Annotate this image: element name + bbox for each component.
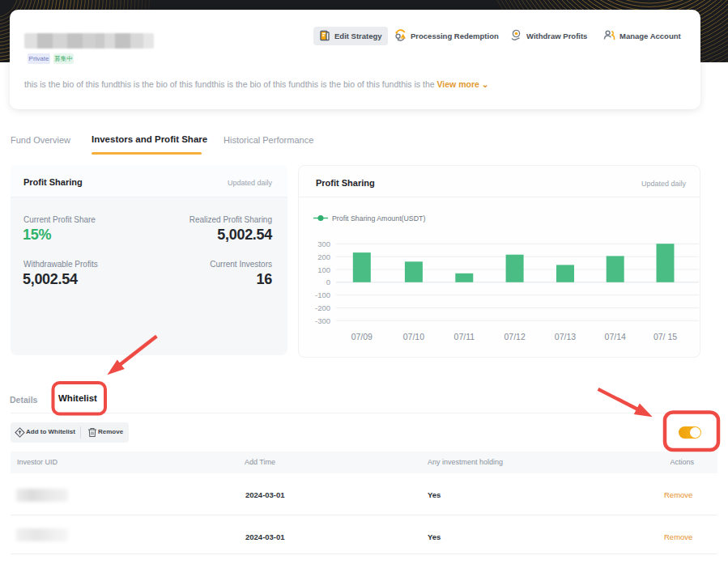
- svg-text:100: 100: [317, 265, 330, 274]
- svg-text:0: 0: [326, 278, 330, 286]
- svg-text:07/ 15: 07/ 15: [653, 332, 677, 341]
- svg-text:300: 300: [317, 240, 330, 248]
- svg-text:-300: -300: [315, 316, 330, 325]
- svg-text:07/13: 07/13: [555, 332, 576, 341]
- svg-text:-100: -100: [315, 290, 330, 299]
- svg-text:07/11: 07/11: [454, 332, 475, 341]
- svg-text:200: 200: [317, 252, 330, 261]
- svg-text:07/10: 07/10: [403, 332, 424, 341]
- svg-text:07/14: 07/14: [605, 332, 626, 341]
- svg-text:07/09: 07/09: [351, 332, 373, 341]
- svg-text:-200: -200: [315, 303, 330, 312]
- svg-text:Profit Sharing Amount(USDT): Profit Sharing Amount(USDT): [332, 214, 425, 223]
- svg-text:07/12: 07/12: [504, 332, 525, 341]
